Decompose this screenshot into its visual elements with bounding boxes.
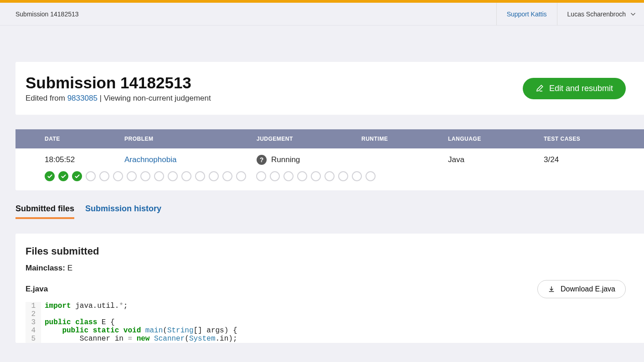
col-testcases: TEST CASES (544, 136, 644, 142)
chevron-down-icon (630, 11, 636, 17)
testcase-dot-8[interactable] (140, 171, 150, 181)
testcase-dot-14[interactable] (222, 171, 232, 181)
testcase-dot-7[interactable] (127, 171, 137, 181)
testcase-dot-1[interactable] (45, 171, 55, 181)
files-card: Files submitted Mainclass: E E.java Down… (15, 234, 644, 343)
download-label: Download E.java (561, 285, 615, 293)
cell-judgement: ? Running (257, 155, 361, 165)
col-date: DATE (45, 136, 124, 142)
code-content: public static void main(String[] args) { (41, 326, 237, 335)
testcase-dot-6[interactable] (113, 171, 123, 181)
user-name: Lucas Scharenbroch (567, 10, 626, 18)
testcase-dot-20[interactable] (311, 171, 321, 181)
code-content: public class E { (41, 318, 115, 326)
files-submitted-title: Files submitted (26, 245, 626, 257)
file-header: E.java Download E.java (26, 280, 626, 298)
edit-icon (536, 84, 544, 92)
col-judgement: JUDGEMENT (257, 136, 361, 142)
tabs: Submitted files Submission history (15, 190, 644, 219)
code-line: 5 Scanner in = new Scanner(System.in); (26, 335, 626, 343)
testcase-dot-24[interactable] (366, 171, 376, 181)
code-content: import java.util.*; (41, 302, 128, 310)
testcase-dot-9[interactable] (154, 171, 164, 181)
col-problem: PROBLEM (124, 136, 257, 142)
line-number: 2 (26, 310, 41, 318)
download-button[interactable]: Download E.java (537, 280, 626, 298)
line-number: 5 (26, 335, 41, 343)
cell-date: 18:05:52 (45, 155, 124, 164)
code-block: 1import java.util.*;23public class E {4 … (26, 302, 626, 343)
testcase-dot-16[interactable] (256, 171, 266, 181)
table-header-row: DATE PROBLEM JUDGEMENT RUNTIME LANGUAGE … (15, 129, 644, 148)
code-line: 1import java.util.*; (26, 302, 626, 310)
subtitle-separator: | (98, 94, 104, 102)
testcase-dot-19[interactable] (297, 171, 307, 181)
tab-submission-history[interactable]: Submission history (85, 204, 161, 219)
table-row: 18:05:52 Arachnophobia ? Running Java 3/… (15, 148, 644, 165)
edit-resubmit-button[interactable]: Edit and resubmit (523, 78, 626, 99)
testcase-dot-17[interactable] (270, 171, 280, 181)
running-icon: ? (257, 155, 267, 165)
code-line: 4 public static void main(String[] args)… (26, 326, 626, 335)
problem-link[interactable]: Arachnophobia (124, 155, 257, 164)
testcase-dot-13[interactable] (209, 171, 219, 181)
edited-prefix: Edited from (26, 94, 67, 102)
edited-from-link[interactable]: 9833085 (67, 94, 98, 102)
user-menu[interactable]: Lucas Scharenbroch (557, 3, 644, 25)
code-content: Scanner in = new Scanner(System.in); (41, 335, 237, 343)
cell-language: Java (448, 155, 544, 164)
code-line: 2 (26, 310, 626, 318)
testcase-dot-22[interactable] (338, 171, 348, 181)
download-icon (548, 286, 555, 293)
mainclass-row: Mainclass: E (26, 264, 626, 273)
top-header: Submission 14182513 Support Kattis Lucas… (0, 3, 644, 25)
testcase-dot-21[interactable] (325, 171, 335, 181)
mainclass-label: Mainclass: (26, 264, 65, 272)
col-language: LANGUAGE (448, 136, 544, 142)
code-content (41, 310, 45, 318)
judgement-section: DATE PROBLEM JUDGEMENT RUNTIME LANGUAGE … (15, 129, 644, 190)
testcase-dot-5[interactable] (99, 171, 109, 181)
line-number: 3 (26, 318, 41, 326)
line-number: 4 (26, 326, 41, 335)
breadcrumb-title: Submission 14182513 (0, 10, 496, 18)
line-number: 1 (26, 302, 41, 310)
viewing-label: Viewing non-current judgement (104, 94, 211, 102)
file-name: E.java (26, 285, 537, 294)
mainclass-value: E (67, 264, 72, 272)
testcase-dot-15[interactable] (236, 171, 246, 181)
testcase-dot-2[interactable] (58, 171, 68, 181)
judgement-status: Running (271, 155, 300, 164)
code-line: 3public class E { (26, 318, 626, 326)
testcase-dot-11[interactable] (181, 171, 191, 181)
testcase-dot-10[interactable] (168, 171, 178, 181)
cell-testcases: 3/24 (544, 155, 644, 164)
support-link[interactable]: Support Kattis (496, 3, 557, 25)
testcase-dots (15, 165, 644, 190)
subtitle: Edited from 9833085 | Viewing non-curren… (26, 94, 523, 103)
testcase-dot-12[interactable] (195, 171, 205, 181)
testcase-dot-18[interactable] (283, 171, 294, 181)
testcase-dot-4[interactable] (86, 171, 96, 181)
col-runtime: RUNTIME (361, 136, 448, 142)
edit-button-label: Edit and resubmit (549, 84, 613, 93)
tab-submitted-files[interactable]: Submitted files (15, 204, 74, 219)
submission-header-card: Submission 14182513 Edited from 9833085 … (15, 62, 644, 115)
dots-gap (250, 171, 252, 181)
page-title: Submission 14182513 (26, 74, 523, 92)
testcase-dot-23[interactable] (352, 171, 362, 181)
testcase-dot-3[interactable] (72, 171, 82, 181)
